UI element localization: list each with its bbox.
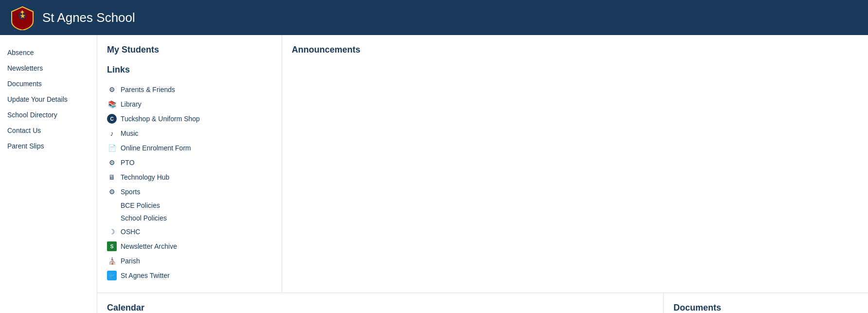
newsletter-archive-icon: S	[107, 241, 117, 251]
school-name: St Agnes School	[42, 10, 135, 25]
pto-icon: ⚙	[107, 158, 117, 167]
site-header: ★ ✦ St Agnes School	[0, 0, 868, 35]
main-container: Absence Newsletters Documents Update You…	[0, 35, 868, 313]
sidebar-item-parent-slips[interactable]: Parent Slips	[5, 138, 92, 154]
links-title: Links	[107, 65, 272, 75]
enrolment-icon: 📄	[107, 143, 117, 153]
sidebar: Absence Newsletters Documents Update You…	[0, 35, 97, 313]
sports-icon: ⚙	[107, 187, 117, 197]
parish-icon: ⛪	[107, 256, 117, 266]
tech-hub-icon: 🖥	[107, 172, 117, 182]
link-school-policies[interactable]: School Policies	[107, 212, 272, 224]
sidebar-item-newsletters[interactable]: Newsletters	[5, 60, 92, 76]
link-sports[interactable]: ⚙ Sports	[107, 184, 272, 199]
link-music[interactable]: ♪ Music	[107, 126, 272, 141]
top-content: My Students Links ⚙ Parents & Friends 📚 …	[97, 35, 868, 293]
sidebar-item-contact-us[interactable]: Contact Us	[5, 123, 92, 138]
link-tech-hub[interactable]: 🖥 Technology Hub	[107, 170, 272, 184]
link-oshc[interactable]: ☽ OSHC	[107, 224, 272, 239]
announcements-title: Announcements	[292, 45, 858, 55]
content-area: My Students Links ⚙ Parents & Friends 📚 …	[97, 35, 868, 313]
music-icon: ♪	[107, 129, 117, 138]
link-parents-friends[interactable]: ⚙ Parents & Friends	[107, 82, 272, 97]
links-section: Links ⚙ Parents & Friends 📚 Library C Tu…	[107, 65, 272, 283]
link-tuckshop[interactable]: C Tuckshop & Uniform Shop	[107, 111, 272, 126]
link-newsletter-archive[interactable]: S Newsletter Archive	[107, 239, 272, 254]
link-pto[interactable]: ⚙ PTO	[107, 155, 272, 170]
left-panel: My Students Links ⚙ Parents & Friends 📚 …	[97, 35, 282, 293]
sidebar-item-school-directory[interactable]: School Directory	[5, 107, 92, 123]
documents-title: Documents	[673, 303, 858, 313]
parents-friends-icon: ⚙	[107, 85, 117, 94]
link-twitter[interactable]: 🐦 St Agnes Twitter	[107, 268, 272, 283]
oshc-icon: ☽	[107, 227, 117, 237]
calendar-section: Calendar Mon May 17 to Sun May 23 ◄ Prev…	[97, 293, 664, 313]
link-bce-policies[interactable]: BCE Policies	[107, 199, 272, 212]
link-parish[interactable]: ⛪ Parish	[107, 254, 272, 268]
announcements-panel: Announcements	[282, 35, 868, 293]
link-library[interactable]: 📚 Library	[107, 97, 272, 111]
bottom-content: Calendar Mon May 17 to Sun May 23 ◄ Prev…	[97, 293, 868, 313]
sidebar-item-documents[interactable]: Documents	[5, 76, 92, 92]
svg-text:✦: ✦	[19, 8, 25, 16]
sidebar-item-update-details[interactable]: Update Your Details	[5, 92, 92, 107]
tuckshop-icon: C	[107, 114, 117, 124]
twitter-icon: 🐦	[107, 271, 117, 280]
library-icon: 📚	[107, 99, 117, 109]
my-students-title: My Students	[107, 45, 272, 55]
calendar-title: Calendar	[107, 303, 654, 313]
sidebar-item-absence[interactable]: Absence	[5, 45, 92, 60]
documents-section: Documents Medical Information Authority …	[664, 293, 868, 313]
link-enrolment[interactable]: 📄 Online Enrolment Form	[107, 141, 272, 155]
school-logo: ★ ✦	[10, 5, 35, 30]
